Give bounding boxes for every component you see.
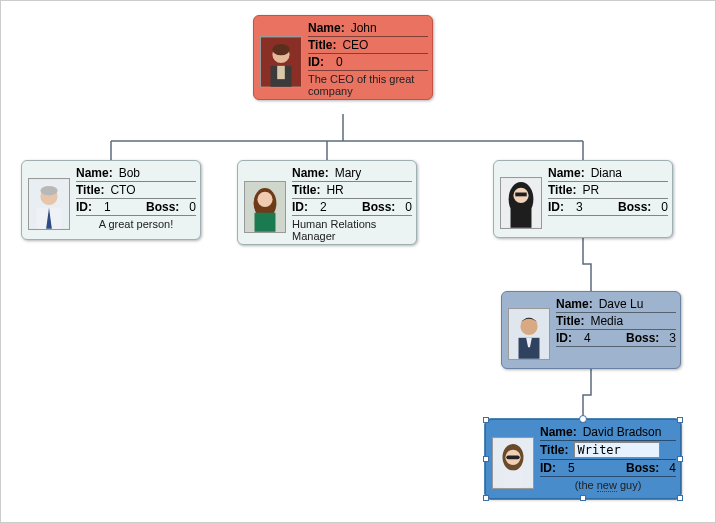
dave-boss: 3 <box>669 331 676 345</box>
label-id: ID: <box>556 331 572 345</box>
label-title: Title: <box>308 38 336 52</box>
svg-rect-17 <box>511 209 532 228</box>
mary-caption: Human Relations Manager <box>292 216 412 242</box>
node-john[interactable]: Name:John Title:CEO ID:0 The CEO of this… <box>253 15 433 100</box>
label-name: Name: <box>548 166 585 180</box>
mary-id: 2 <box>320 200 327 214</box>
bob-name: Bob <box>119 166 140 180</box>
label-boss: Boss: <box>362 200 395 214</box>
label-title: Title: <box>76 183 104 197</box>
diana-name: Diana <box>591 166 622 180</box>
label-name: Name: <box>540 425 577 439</box>
avatar-dave <box>508 308 550 360</box>
bob-caption: A great person! <box>76 216 196 230</box>
bob-boss: 0 <box>189 200 196 214</box>
diana-id: 3 <box>576 200 583 214</box>
avatar-diana <box>500 177 542 229</box>
david-id: 5 <box>568 461 575 475</box>
john-caption: The CEO of this great company <box>308 71 428 97</box>
node-diana[interactable]: Name:Diana Title:PR ID:3 Boss:0 <box>493 160 673 238</box>
label-boss: Boss: <box>626 461 659 475</box>
svg-point-11 <box>257 191 272 206</box>
avatar-john <box>260 36 302 88</box>
label-boss: Boss: <box>626 331 659 345</box>
david-caption: (the new guy) <box>540 477 676 492</box>
svg-point-2 <box>272 43 289 54</box>
mary-boss: 0 <box>405 200 412 214</box>
node-dave[interactable]: Name:Dave Lu Title:Media ID:4 Boss:3 <box>501 291 681 369</box>
label-name: Name: <box>76 166 113 180</box>
label-id: ID: <box>76 200 92 214</box>
selection-handle[interactable] <box>677 495 683 501</box>
dave-id: 4 <box>584 331 591 345</box>
diana-title: PR <box>582 183 599 197</box>
dave-title: Media <box>590 314 623 328</box>
svg-rect-16 <box>515 193 526 197</box>
avatar-bob <box>28 178 70 230</box>
svg-rect-25 <box>504 471 521 488</box>
label-title: Title: <box>540 443 568 457</box>
john-id: 0 <box>336 55 343 69</box>
selection-handle[interactable] <box>580 417 586 423</box>
svg-rect-4 <box>277 65 285 78</box>
avatar-david <box>492 437 534 489</box>
label-boss: Boss: <box>146 200 179 214</box>
bob-title: CTO <box>110 183 135 197</box>
selection-handle[interactable] <box>483 456 489 462</box>
label-id: ID: <box>308 55 324 69</box>
diana-boss: 0 <box>661 200 668 214</box>
david-title-input[interactable] <box>574 442 660 458</box>
label-title: Title: <box>548 183 576 197</box>
label-id: ID: <box>292 200 308 214</box>
john-name: John <box>351 21 377 35</box>
label-name: Name: <box>556 297 593 311</box>
selection-handle[interactable] <box>677 456 683 462</box>
svg-rect-12 <box>255 212 276 231</box>
node-bob[interactable]: Name:Bob Title:CTO ID:1 Boss:0 A great p… <box>21 160 201 240</box>
david-name: David Bradson <box>583 425 662 439</box>
david-boss: 4 <box>669 461 676 475</box>
connection-port[interactable] <box>579 415 587 423</box>
selection-handle[interactable] <box>483 495 489 501</box>
selection-handle[interactable] <box>677 417 683 423</box>
mary-name: Mary <box>335 166 362 180</box>
node-david[interactable]: Name:David Bradson Title: ID:5 Boss:4 (t… <box>485 419 681 499</box>
avatar-mary <box>244 181 286 233</box>
label-name: Name: <box>292 166 329 180</box>
label-title: Title: <box>292 183 320 197</box>
node-mary[interactable]: Name:Mary Title:HR ID:2 Boss:0 Human Rel… <box>237 160 417 245</box>
dave-name: Dave Lu <box>599 297 644 311</box>
label-title: Title: <box>556 314 584 328</box>
org-chart-canvas[interactable]: Name:John Title:CEO ID:0 The CEO of this… <box>0 0 716 523</box>
svg-rect-24 <box>506 455 519 459</box>
label-name: Name: <box>308 21 345 35</box>
mary-title: HR <box>326 183 343 197</box>
selection-handle[interactable] <box>483 417 489 423</box>
svg-point-7 <box>40 186 57 196</box>
label-id: ID: <box>540 461 556 475</box>
label-id: ID: <box>548 200 564 214</box>
bob-id: 1 <box>104 200 111 214</box>
label-boss: Boss: <box>618 200 651 214</box>
john-title: CEO <box>342 38 368 52</box>
